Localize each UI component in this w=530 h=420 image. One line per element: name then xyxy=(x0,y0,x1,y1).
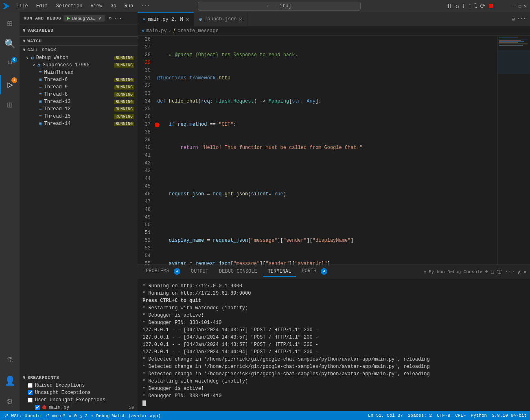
maximize-panel-icon[interactable]: ∧ xyxy=(517,269,521,276)
main-layout: ⊞ 🔍 ⑂ 6 ▷ 1 ⊞ ⚗ 👤 ⚙ RUN AND DEBUG xyxy=(0,12,530,411)
activity-run-debug[interactable]: ▷ 1 xyxy=(0,75,20,94)
tab-close-mainpy[interactable]: ✕ xyxy=(186,16,189,23)
code-text: silent xyxy=(251,190,268,198)
breadcrumb-file[interactable]: main.py xyxy=(146,28,166,34)
stepout-icon[interactable]: ⤵ xyxy=(474,2,477,10)
tab-launchjson[interactable]: ⚙ launch.json ✕ xyxy=(194,12,248,26)
raised-exceptions-checkbox[interactable] xyxy=(28,383,33,388)
add-terminal-icon[interactable]: + xyxy=(485,269,488,275)
error-warning-count[interactable]: ⊗ 0 △ 2 xyxy=(69,413,88,418)
variables-header[interactable]: ∨ VARIABLES xyxy=(20,26,138,35)
panel-tab-terminal[interactable]: TERMINAL xyxy=(263,267,296,277)
line-num-49: 49 xyxy=(141,214,151,221)
terminal-content[interactable]: * Running on http://127.0.0.1:9000 * Run… xyxy=(138,279,530,411)
run-menu[interactable]: Run xyxy=(121,2,137,10)
call-stack-item-mainthread[interactable]: ≡ MainThread xyxy=(20,69,138,76)
code-text: request_json xyxy=(195,260,230,265)
panel-tab-output[interactable]: OUTPUT xyxy=(186,267,213,277)
mainpy-checkbox[interactable] xyxy=(35,405,40,410)
language-mode[interactable]: Python xyxy=(471,413,487,418)
breakpoint-uncaught-exceptions[interactable]: Uncaught Exceptions xyxy=(20,389,138,396)
gear-icon[interactable]: ⚙ xyxy=(109,15,112,21)
panel-controls: ⚙ Python Debug Console + ⊟ 🗑 ··· ∧ ✕ xyxy=(423,269,527,276)
terminal-line: * Debugger is active! xyxy=(142,312,525,319)
breakpoints-header[interactable]: ∨ BREAKPOINTS xyxy=(20,373,138,382)
call-stack-item-thread15[interactable]: ≡ Thread-15 RUNNING xyxy=(20,113,138,120)
stepover-icon[interactable]: ↓ xyxy=(462,2,466,10)
call-stack-item-thread12[interactable]: ≡ Thread-12 RUNNING xyxy=(20,105,138,113)
line-ending[interactable]: CRLF xyxy=(455,413,466,418)
pause-icon[interactable]: ⏸ xyxy=(446,2,453,10)
call-stack-item-thread13[interactable]: ≡ Thread-13 RUNNING xyxy=(20,98,138,105)
call-stack-item-thread6[interactable]: ≡ Thread-6 RUNNING xyxy=(20,76,138,83)
activity-search[interactable]: 🔍 xyxy=(0,34,20,54)
activity-account[interactable]: 👤 xyxy=(0,371,20,391)
nav-back-icon[interactable]: ← xyxy=(267,3,270,9)
call-stack-header[interactable]: ∨ CALL STACK xyxy=(20,46,138,54)
encoding[interactable]: UTF-8 xyxy=(437,413,450,418)
breakpoint-mainpy[interactable]: main.py 29 xyxy=(20,404,138,411)
wsl-indicator[interactable]: ⎇ WSL: Ubuntu xyxy=(3,413,41,418)
cursor-position[interactable]: Ln 51, Col 37 xyxy=(368,413,403,418)
continue-icon[interactable]: ⟳ xyxy=(480,2,485,10)
more-options-icon[interactable]: ··· xyxy=(114,16,122,21)
panel-tab-problems[interactable]: PROBLEMS 4 xyxy=(141,267,185,277)
panel-tab-debug-console[interactable]: DEBUG CONSOLE xyxy=(214,267,262,277)
nav-forward-icon[interactable]: → xyxy=(274,3,276,9)
call-stack-item-subprocess[interactable]: ∨ ⚙ Subprocess 17995 RUNNING xyxy=(20,61,138,69)
activity-testing[interactable]: ⚗ xyxy=(0,349,20,369)
git-branch[interactable]: ⎇ main* xyxy=(44,413,66,418)
more-panel-icon[interactable]: ··· xyxy=(505,269,515,275)
restart-icon[interactable]: ↻ xyxy=(455,2,459,10)
delete-terminal-icon[interactable]: 🗑 xyxy=(497,269,502,275)
user-uncaught-checkbox[interactable] xyxy=(28,398,33,402)
maximize-icon[interactable]: ❐ xyxy=(519,3,521,9)
debug-mode-button[interactable]: ▶ Debug Wa... ∨ xyxy=(64,15,105,22)
selection-menu[interactable]: Selection xyxy=(53,2,86,10)
code-op: ][ xyxy=(307,237,312,245)
code-op: = xyxy=(186,260,195,265)
call-stack-item-thread14[interactable]: ≡ Thread-14 RUNNING xyxy=(20,120,138,127)
edit-menu[interactable]: Edit xyxy=(33,2,51,10)
code-content[interactable]: # @param {Object} res Response to send b… xyxy=(154,36,497,265)
breadcrumb-icon-fn: ƒ xyxy=(173,28,176,34)
line-num-53: 53 xyxy=(141,245,151,252)
line-num-42: 42 xyxy=(141,160,151,167)
ports-badge: 4 xyxy=(321,268,327,275)
activity-settings[interactable]: ⚙ xyxy=(0,392,20,411)
call-stack-item-debug-watch[interactable]: ∨ ⚙ Debug Watch RUNNING xyxy=(20,54,138,61)
split-terminal-icon[interactable]: ⊟ xyxy=(491,269,494,276)
view-menu[interactable]: View xyxy=(87,2,105,10)
split-editor-icon[interactable]: ⊟ xyxy=(512,16,515,22)
stepinto-icon[interactable]: ↑ xyxy=(468,2,472,10)
close-icon[interactable]: ✕ xyxy=(524,3,527,9)
search-bar[interactable]: ← → itu] xyxy=(198,2,361,11)
file-menu[interactable]: File xyxy=(13,2,31,10)
activity-explorer[interactable]: ⊞ xyxy=(0,14,20,33)
activity-source-control[interactable]: ⑂ 6 xyxy=(0,55,20,74)
minimize-icon[interactable]: — xyxy=(513,3,516,9)
breakpoint-user-uncaught[interactable]: User Uncaught Exceptions xyxy=(20,396,138,404)
go-menu[interactable]: Go xyxy=(107,2,119,10)
close-panel-icon[interactable]: ✕ xyxy=(523,269,527,276)
thread-status: RUNNING xyxy=(114,107,134,112)
watch-header[interactable]: ∨ WATCH xyxy=(20,37,138,45)
python-version[interactable]: 3.8.10 64-bit xyxy=(492,413,527,418)
line-num-48: 48 xyxy=(141,206,151,214)
breakpoint-raised-exceptions[interactable]: Raised Exceptions xyxy=(20,382,138,389)
uncaught-exceptions-checkbox[interactable] xyxy=(28,390,33,395)
more-editor-icon[interactable]: ··· xyxy=(517,16,526,22)
stop-icon[interactable]: ⏹ xyxy=(488,2,494,10)
call-stack-item-thread9[interactable]: ≡ Thread-9 RUNNING xyxy=(20,83,138,91)
tab-close-launch[interactable]: ✕ xyxy=(239,16,243,23)
activity-extensions[interactable]: ⊞ xyxy=(0,95,20,115)
call-stack-item-thread8[interactable]: ≡ Thread-8 RUNNING xyxy=(20,91,138,98)
tab-mainpy[interactable]: ● main.py 2, M ✕ xyxy=(138,12,194,26)
indentation[interactable]: Spaces: 2 xyxy=(408,413,432,418)
breadcrumb-symbol[interactable]: create_message xyxy=(177,28,219,34)
more-menu[interactable]: ··· xyxy=(138,2,153,10)
python-debug-console-label[interactable]: Python Debug Console xyxy=(429,269,482,274)
panel-tab-ports[interactable]: PORTS 4 xyxy=(297,267,332,277)
code-op: ] xyxy=(327,260,330,265)
debug-session[interactable]: ✦ Debug Watch (avatar-app) xyxy=(91,413,161,418)
